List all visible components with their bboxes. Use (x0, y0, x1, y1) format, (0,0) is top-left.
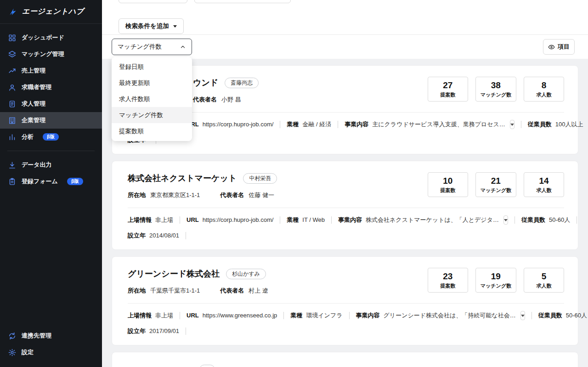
sidebar-item-label: 求人管理 (22, 100, 45, 108)
caret-down-icon (504, 219, 508, 221)
sidebar-item-job-postings[interactable]: 求人管理 (0, 96, 102, 112)
vertical-divider (531, 312, 532, 319)
vertical-divider (186, 327, 186, 335)
sidebar-item-registration-form[interactable]: 登録フォーム β版 (0, 173, 102, 190)
business-value: 株式会社ネクストマーケットは、「人とデジタ… (366, 215, 499, 225)
vertical-divider (283, 312, 284, 319)
matches-stat-label: マッチング数 (481, 282, 511, 289)
matches-count: 19 (491, 271, 501, 282)
sort-option-proposal-count[interactable]: 提案数順 (112, 123, 192, 139)
columns-button[interactable]: 項目 (543, 39, 575, 55)
company-url-link[interactable]: https://corp.hupro-job.com/ (203, 215, 274, 225)
sort-dropdown-panel: 登録日順 最終更新順 求人件数順 マッチング件数 提案数順 (112, 57, 192, 141)
export-icon (8, 161, 16, 169)
jobs-stat: 8 求人数 (524, 77, 564, 102)
proposals-stat-label: 提案数 (440, 91, 455, 98)
form-icon (8, 178, 16, 186)
company-card-partial (112, 352, 578, 367)
sidebar-item-data-export[interactable]: データ出力 (0, 157, 102, 173)
columns-button-label: 項目 (558, 43, 570, 51)
representative-value: 佐藤 健一 (249, 191, 274, 199)
proposals-stat: 23 提案数 (428, 268, 468, 293)
proposals-count: 27 (443, 80, 452, 90)
contact-badge[interactable] (199, 365, 215, 367)
search-section: 検索条件を追加 (102, 0, 588, 35)
company-url-link[interactable]: https://www.greenseed.co.jp (203, 311, 277, 320)
sidebar-nav-bottom: 連携先管理 設定 (0, 327, 102, 367)
jobs-stat-label: 求人数 (537, 91, 552, 98)
founded-value: 2017/09/01 (149, 327, 179, 336)
jobs-stat-label: 求人数 (537, 282, 552, 289)
brand-logo-icon (8, 7, 17, 17)
sort-option-registration-date[interactable]: 登録日順 (112, 59, 192, 75)
matches-count: 21 (491, 176, 501, 186)
sidebar-item-label: 求職者管理 (22, 83, 51, 91)
search-filter-input-1[interactable] (119, 0, 187, 3)
company-url-link[interactable]: https://corp.hupro-job.com/ (203, 120, 274, 129)
sidebar-item-dashboard[interactable]: ダッシュボード (0, 29, 102, 46)
sidebar-divider (7, 151, 95, 151)
address-value: 千葉県千葉市1-1-1 (150, 287, 200, 295)
jobs-count: 8 (542, 80, 547, 90)
industry-label: 業種 (287, 215, 299, 225)
url-label: URL (187, 311, 199, 320)
vertical-divider (180, 216, 180, 224)
add-search-condition-button[interactable]: 検索条件を追加 (119, 18, 184, 34)
address-label: 所在地 (128, 191, 146, 199)
employees-label: 従業員数 (528, 120, 552, 129)
sidebar-nav-main: ダッシュボード マッチング管理 売上管理 求職者管理 求人管理 (0, 24, 102, 145)
search-filter-input-2[interactable] (194, 0, 291, 3)
contact-badge[interactable]: 杉山かすみ (226, 269, 266, 279)
business-label: 事業内容 (345, 120, 368, 129)
founded-value: 2014/08/01 (149, 231, 179, 240)
vertical-divider (280, 121, 280, 128)
proposals-stat-label: 提案数 (440, 282, 455, 289)
contact-badge[interactable]: 斎藤尚志 (225, 78, 259, 88)
sidebar-item-job-seekers[interactable]: 求職者管理 (0, 79, 102, 96)
contact-badge[interactable]: 中村栄吾 (243, 173, 277, 184)
business-expand-button[interactable] (520, 311, 525, 320)
sidebar-item-matching[interactable]: マッチング管理 (0, 46, 102, 62)
sidebar-item-label: ダッシュボード (22, 34, 64, 42)
sort-option-matching-count[interactable]: マッチング件数 (112, 107, 192, 123)
sidebar-item-companies[interactable]: 企業管理 (0, 112, 102, 129)
business-expand-button[interactable] (510, 120, 514, 129)
beta-badge: β版 (43, 133, 59, 141)
jobs-count: 5 (542, 271, 547, 282)
listing-label: 上場情報 (128, 311, 152, 320)
sidebar-item-analytics[interactable]: 分析 β版 (0, 129, 102, 145)
sidebar-item-settings[interactable]: 設定 (0, 344, 102, 361)
matches-stat: 21 マッチング数 (475, 172, 516, 197)
business-label: 事業内容 (338, 215, 362, 225)
jobs-stat-label: 求人数 (537, 187, 552, 194)
sidebar-item-label: 売上管理 (22, 67, 45, 75)
company-card: 株式会社ネクストマーケット 中村栄吾 所在地 東京都東京区1-1-1 代表者名 … (112, 161, 578, 250)
sidebar-item-sales[interactable]: 売上管理 (0, 62, 102, 79)
vertical-divider (514, 216, 515, 224)
sidebar: エージェントハブ ダッシュボード マッチング管理 売上管理 求職者 (0, 0, 102, 367)
chevron-up-icon (180, 44, 186, 50)
brand-logo: エージェントハブ (0, 0, 102, 24)
dashboard-icon (8, 34, 16, 42)
employees-label: 従業員数 (538, 311, 562, 320)
business-label: 事業内容 (356, 311, 380, 320)
analytics-icon (8, 133, 16, 141)
sidebar-item-label: マッチング管理 (22, 50, 64, 58)
proposals-count: 10 (443, 176, 452, 186)
vertical-divider (521, 121, 521, 128)
matches-count: 38 (491, 80, 501, 90)
representative-label: 代表者名 (220, 191, 244, 199)
sidebar-item-label: 連携先管理 (22, 332, 51, 340)
sort-option-job-count[interactable]: 求人件数順 (112, 91, 192, 107)
business-expand-button[interactable] (503, 215, 508, 225)
address-value: 東京都東京区1-1-1 (150, 191, 200, 199)
vertical-divider (577, 216, 577, 224)
sidebar-item-label: 設定 (22, 348, 34, 356)
listing-value: 非上場 (155, 215, 173, 225)
sort-option-last-updated[interactable]: 最終更新順 (112, 75, 192, 91)
employees-value: 50-60人 (566, 311, 587, 320)
sort-select[interactable]: マッチング件数 (112, 39, 192, 55)
sidebar-item-integrations[interactable]: 連携先管理 (0, 327, 102, 344)
vertical-divider (180, 312, 180, 319)
listing-value: 非上場 (155, 311, 173, 320)
